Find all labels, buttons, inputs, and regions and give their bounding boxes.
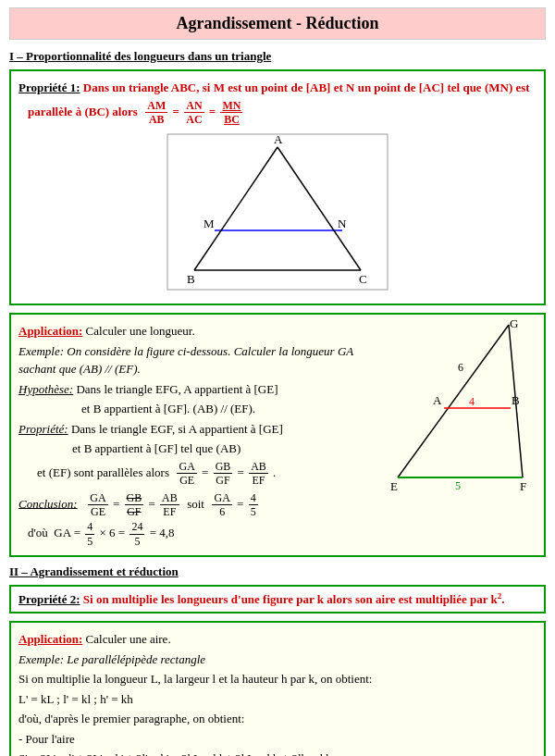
app1-prop: Propriété: Dans le triangle EGF, si A ap…: [18, 420, 381, 439]
app1-label: Application:: [18, 324, 82, 338]
label-m: M: [204, 217, 215, 230]
frac-4-5: 4 5: [249, 491, 258, 519]
frac-ab-ef: AB EF: [249, 460, 268, 488]
app1-sublabel: Calculer une longueur.: [86, 324, 195, 338]
app1-prop2: et B appartient à [GF] tel que (AB): [72, 440, 381, 458]
prop1-box: Propriété 1: Dans un triangle ABC, si M …: [9, 69, 546, 305]
svg-line-5: [398, 325, 509, 477]
prop1-label: Propriété 1:: [18, 81, 80, 94]
label-g: G: [510, 320, 518, 330]
frac-gb-gf2: GB GF: [125, 491, 144, 519]
svg-line-1: [194, 147, 278, 270]
frac-24-5: 24 5: [130, 520, 144, 548]
app2-line5a: S' = 2L' × l' + 2L' × h' + 2l' × h' = 2k…: [18, 750, 536, 756]
label-b2: B: [512, 393, 520, 407]
app1-result: d'où GA = 4 5 × 6 = 24 5 = 4,8: [28, 520, 381, 548]
frac-mn-bc: MN BC: [220, 99, 242, 127]
section1-header: I – Proportionnalité des longueurs dans …: [9, 49, 546, 64]
prop1-body: Dans un triangle ABC, si M est un point …: [83, 81, 530, 94]
app1-box: Application: Calculer une longueur. Exem…: [9, 313, 546, 557]
app1-text: Application: Calculer une longueur. Exem…: [18, 320, 381, 550]
prop1-formula-line: parallèle à (BC) alors AM AB = AN AC = M…: [28, 99, 536, 127]
triangle-diagram-container: A B C M N: [18, 133, 536, 291]
svg-line-2: [278, 147, 361, 270]
app1-hyp: Hypothèse: Dans le triangle EFG, A appar…: [18, 380, 381, 399]
app1-hyp-label: Hypothèse:: [18, 382, 73, 396]
app2-line2: L' = kL ; l' = kl ; h' = kh: [18, 690, 536, 709]
app1-concl-label: Conclusion:: [18, 496, 78, 510]
prop2-box: Propriété 2: Si on multiplie les longueu…: [9, 585, 546, 613]
frac-ab-ef2: AB EF: [160, 491, 179, 519]
label-c: C: [359, 272, 367, 286]
app1-example-label: Exemple:: [18, 344, 67, 358]
page: Agrandissement - Réduction I – Proportio…: [0, 0, 555, 756]
app1-example: Exemple: On considère la figure ci-desso…: [18, 342, 381, 378]
app2-box: Application: Calculer une aire. Exemple:…: [9, 621, 546, 756]
frac-ga-6: GA 6: [212, 491, 231, 519]
app1-prop-label: Propriété:: [18, 422, 68, 436]
app1-hyp2: et B appartient à [GF]. (AB) // (EF).: [81, 400, 381, 418]
frac-an-ac: AN AC: [184, 99, 204, 127]
frac-ga-ge: GA GE: [177, 460, 196, 488]
label-n: N: [338, 217, 347, 230]
app2-line1: Si on multiplie la longueur L, la largeu…: [18, 670, 536, 688]
label-e: E: [390, 479, 398, 493]
label-f: F: [520, 479, 526, 493]
prop2-label: Propriété 2:: [18, 592, 80, 606]
efg-diagram-container: G E F A B 6 4 5: [388, 320, 536, 550]
app2-line3: d'où, d'après le premier paragraphe, on …: [18, 710, 536, 728]
efg-diagram: G E F A B 6 4 5: [388, 320, 527, 505]
app1-example-text: On considère la figure ci-dessous. Calcu…: [18, 344, 353, 377]
label-4: 4: [469, 395, 475, 408]
app1-concl: Conclusion: GA GE = GB GF = AB EF soit: [18, 491, 381, 519]
frac-ga-ge2: GA GE: [88, 491, 107, 519]
prop2-text: Si on multiplie les longueurs d'une figu…: [83, 592, 505, 606]
app1-prop-text: Dans le triangle EGF, si A appartient à …: [71, 422, 283, 436]
label-a2: A: [433, 393, 442, 407]
app1-hyp-text: Dans le triangle EFG, A appartient à [GE…: [76, 382, 278, 396]
frac-am-ab: AM AB: [145, 99, 167, 127]
app2-label: Application:: [18, 632, 82, 646]
prop1-text: Propriété 1: Dans un triangle ABC, si M …: [18, 79, 536, 97]
app2-header: Application: Calculer une aire.: [18, 630, 536, 649]
label-5: 5: [455, 479, 461, 492]
label-a: A: [274, 133, 283, 146]
app2-example: Exemple: Le parallélépipède rectangle: [18, 651, 536, 669]
section2-header: II – Agrandissement et réduction: [9, 564, 546, 579]
app2-line4: - Pour l'aire: [18, 730, 536, 749]
frac-gb-gf: GB GF: [214, 460, 233, 488]
app2-sublabel: Calculer une aire.: [86, 632, 171, 646]
page-title: Agrandissement - Réduction: [9, 7, 546, 40]
app1-header: Application: Calculer une longueur.: [18, 322, 381, 341]
frac-4-5b: 4 5: [85, 520, 94, 548]
app1-prop3: et (EF) sont parallèles alors GA GE = GB…: [37, 460, 381, 488]
label-6: 6: [458, 361, 463, 374]
triangle-diagram: A B C M N: [166, 133, 388, 291]
label-b: B: [187, 272, 195, 286]
svg-rect-4: [167, 134, 388, 290]
